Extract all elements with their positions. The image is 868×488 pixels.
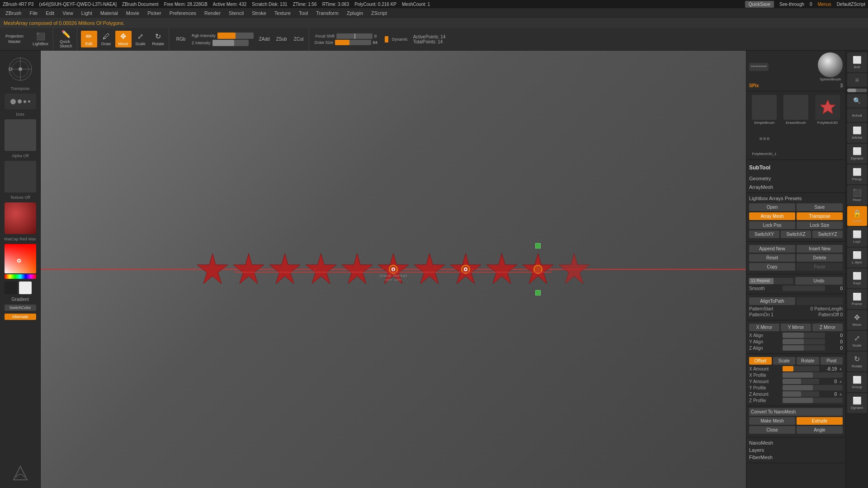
zadd-button[interactable]: ZAdd: [256, 35, 273, 43]
sphere-brush-display[interactable]: SphereBrush: [818, 52, 843, 81]
rotate-btn2[interactable]: Rotate: [797, 357, 819, 365]
edit-button[interactable]: ✏ Edit: [81, 31, 97, 47]
convert-nanomesh-button[interactable]: Convert To NanoMesh: [749, 408, 843, 416]
z-amount-slider[interactable]: [783, 391, 819, 397]
swatch-black[interactable]: [5, 282, 17, 294]
menu-stroke[interactable]: Stroke: [248, 9, 270, 17]
append-new-button[interactable]: Append New: [749, 245, 795, 253]
angle-button[interactable]: Angle: [797, 426, 843, 434]
group-button[interactable]: ⬜ Group: [847, 372, 867, 392]
brush-item-polymesh1[interactable]: PolyMesh3D_1: [749, 126, 779, 156]
rgb-button[interactable]: RGb: [173, 35, 189, 43]
scale-tray-button[interactable]: ⤢ Scale: [847, 331, 867, 351]
z-amount-expand[interactable]: ▲: [839, 392, 843, 396]
green-top-handle[interactable]: [535, 243, 541, 249]
copy-button[interactable]: Copy: [749, 263, 795, 271]
open-button[interactable]: Open: [749, 203, 795, 211]
align-to-path-button[interactable]: AlignToPath: [749, 297, 795, 305]
z-align-slider[interactable]: [783, 345, 825, 351]
insert-new-button[interactable]: Insert New: [797, 245, 843, 253]
y-amount-expand[interactable]: ▲: [839, 379, 843, 384]
y-profile-slider[interactable]: [783, 385, 843, 390]
switch-color-button[interactable]: SwitchColor: [5, 305, 36, 311]
pivot-button[interactable]: Pivot: [821, 357, 843, 365]
dynamic2-button[interactable]: ⬜ Dynami: [847, 393, 867, 413]
menu-view[interactable]: View: [59, 9, 77, 17]
scale-button[interactable]: ⤢ Scale: [132, 31, 149, 47]
color-rect[interactable]: [5, 244, 36, 273]
menu-transform[interactable]: Transform: [312, 9, 342, 17]
draw-size-slider[interactable]: [335, 40, 371, 45]
menu-tool[interactable]: Tool: [295, 9, 311, 17]
transform-widget[interactable]: [5, 54, 35, 84]
extrude-button[interactable]: Extrude: [797, 417, 843, 425]
y-mirror-button[interactable]: Y Mirror: [781, 324, 811, 331]
draw-button[interactable]: 🖊 Draw: [98, 31, 114, 47]
close-button[interactable]: Close: [749, 426, 795, 434]
paste-button[interactable]: Paste: [797, 263, 843, 271]
menu-texture[interactable]: Texture: [271, 9, 294, 17]
x-mirror-button[interactable]: X Mirror: [749, 324, 779, 331]
lock-size-button[interactable]: Lock Size: [797, 221, 843, 229]
lock-pos-button[interactable]: Lock Pos: [749, 221, 795, 229]
quicksave-button[interactable]: QuickSave: [745, 1, 774, 8]
xyz-button[interactable]: ⬜ Lxyz: [847, 227, 867, 247]
aahal-button[interactable]: ⬜ AAHal: [847, 123, 867, 143]
zcut-button[interactable]: ZCut: [291, 35, 307, 43]
alpha-preview[interactable]: [5, 119, 36, 151]
actual-button[interactable]: Actual: [847, 108, 867, 122]
texture-preview[interactable]: [5, 161, 36, 192]
offset-button[interactable]: Offset: [749, 357, 772, 365]
layer-tray-button[interactable]: ⬜ L.Aym: [847, 248, 867, 267]
menu-material[interactable]: Material: [97, 9, 122, 17]
local-button[interactable]: 🔒 Local: [847, 206, 867, 226]
move-button[interactable]: ✥ Move: [115, 31, 132, 47]
material-preview[interactable]: [5, 202, 36, 234]
green-bottom-handle[interactable]: [535, 290, 541, 296]
tray-bill-button[interactable]: ⬜ Brill: [847, 52, 867, 72]
projection-master-button[interactable]: ProjectionMaster: [3, 33, 26, 45]
hue-bar[interactable]: [5, 274, 36, 279]
menu-edit[interactable]: Edit: [42, 9, 58, 17]
x-amount-slider[interactable]: [783, 366, 819, 371]
brush-item-eraser[interactable]: EraserBrush: [781, 95, 811, 125]
delete-button[interactable]: Delete: [797, 254, 843, 262]
brush-item-simplemesh[interactable]: SimpleBrush: [749, 95, 779, 125]
x-align-slider[interactable]: [783, 333, 825, 338]
x-amount-expand[interactable]: ▲: [839, 366, 843, 371]
switchxy-button[interactable]: SwitchXY: [749, 230, 779, 238]
color-picker[interactable]: [5, 244, 36, 279]
menu-render[interactable]: Render: [201, 9, 224, 17]
array-mesh-button[interactable]: Array Mesh: [749, 212, 795, 220]
lightbox-button[interactable]: ⬛ LightBox: [30, 31, 51, 47]
swatch-white[interactable]: [19, 282, 32, 294]
save-button[interactable]: Save: [797, 203, 843, 211]
smooth-slider[interactable]: [783, 286, 825, 291]
zsub-button[interactable]: ZSub: [274, 35, 290, 43]
reset-button[interactable]: Reset: [749, 254, 795, 262]
repeat-slider[interactable]: 11 Repeat: [749, 278, 793, 284]
switchxz-button[interactable]: SwitchXZ: [781, 230, 811, 238]
move-tray-button[interactable]: ✥ Move: [847, 310, 867, 330]
z-mirror-button[interactable]: Z Mirror: [812, 324, 843, 331]
menu-movie[interactable]: Movie: [123, 9, 143, 17]
menu-preferences[interactable]: Preferences: [166, 9, 200, 17]
z-profile-slider[interactable]: [783, 398, 843, 403]
undo-button[interactable]: Undo: [795, 277, 843, 285]
floor-button[interactable]: ⬛ Floor: [847, 185, 867, 205]
switchyz-button[interactable]: SwitchYZ: [812, 230, 843, 238]
menu-file[interactable]: File: [26, 9, 41, 17]
focal-shift-slider[interactable]: [336, 33, 373, 39]
scale-btn2[interactable]: Scale: [773, 357, 796, 365]
x-profile-slider[interactable]: [783, 372, 843, 378]
make-mesh-button[interactable]: Make Mesh: [749, 417, 795, 425]
canvas-area[interactable]: STAGE REPEAT OFF OFF: [41, 51, 746, 488]
transpose-button[interactable]: Transpose: [797, 212, 843, 220]
alternate-button[interactable]: Alternate: [5, 314, 36, 320]
menu-light[interactable]: Light: [78, 9, 96, 17]
frame-button[interactable]: ⬜ Frame: [847, 289, 867, 309]
scroll-button[interactable]: ≡: [847, 73, 867, 87]
rotate-tray-button[interactable]: ↻ Rotate: [847, 352, 867, 371]
brush-item-polymesh[interactable]: PolyMesh3D: [812, 95, 843, 125]
menu-zplugin[interactable]: Zplugin: [343, 9, 367, 17]
